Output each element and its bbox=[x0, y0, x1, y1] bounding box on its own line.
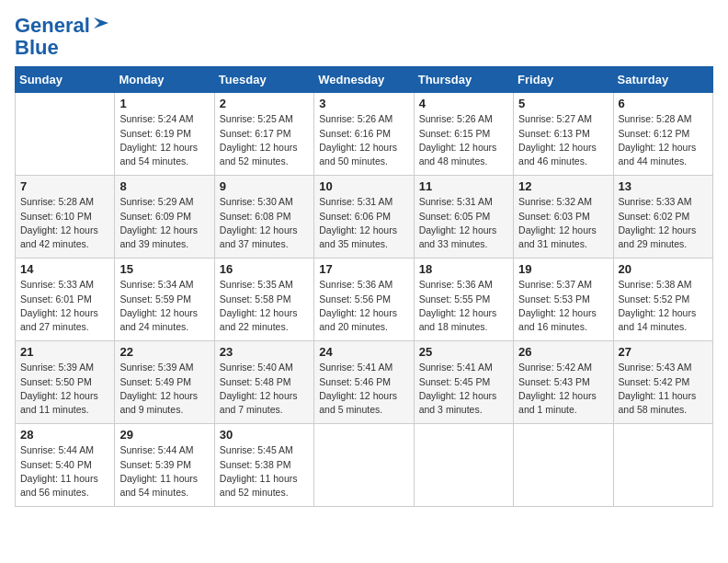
day-number: 11 bbox=[419, 179, 508, 193]
calendar-cell: 30Sunrise: 5:45 AM Sunset: 5:38 PM Dayli… bbox=[214, 424, 313, 507]
calendar-cell: 20Sunrise: 5:38 AM Sunset: 5:52 PM Dayli… bbox=[613, 259, 712, 341]
day-info: Sunrise: 5:33 AM Sunset: 6:02 PM Dayligh… bbox=[619, 195, 708, 251]
calendar-cell: 5Sunrise: 5:27 AM Sunset: 6:13 PM Daylig… bbox=[514, 93, 613, 176]
calendar-cell: 25Sunrise: 5:41 AM Sunset: 5:45 PM Dayli… bbox=[414, 341, 513, 424]
calendar-cell: 26Sunrise: 5:42 AM Sunset: 5:43 PM Dayli… bbox=[514, 341, 613, 424]
day-number: 30 bbox=[220, 428, 309, 442]
calendar-cell: 12Sunrise: 5:32 AM Sunset: 6:03 PM Dayli… bbox=[514, 176, 613, 259]
day-number: 9 bbox=[220, 179, 309, 193]
weekday-header-tuesday: Tuesday bbox=[214, 67, 313, 93]
day-number: 17 bbox=[319, 262, 408, 276]
weekday-header-monday: Monday bbox=[115, 67, 214, 93]
day-number: 23 bbox=[220, 345, 309, 359]
day-info: Sunrise: 5:34 AM Sunset: 5:59 PM Dayligh… bbox=[119, 278, 209, 334]
weekday-header-sunday: Sunday bbox=[16, 67, 115, 93]
calendar-cell: 6Sunrise: 5:28 AM Sunset: 6:12 PM Daylig… bbox=[613, 93, 712, 176]
day-info: Sunrise: 5:26 AM Sunset: 6:15 PM Dayligh… bbox=[419, 112, 508, 168]
day-number: 21 bbox=[20, 345, 109, 359]
calendar-cell: 1Sunrise: 5:24 AM Sunset: 6:19 PM Daylig… bbox=[115, 93, 214, 176]
day-info: Sunrise: 5:37 AM Sunset: 5:53 PM Dayligh… bbox=[518, 278, 608, 334]
day-info: Sunrise: 5:30 AM Sunset: 6:08 PM Dayligh… bbox=[220, 195, 309, 251]
logo: General Blue bbox=[15, 15, 112, 59]
day-number: 7 bbox=[20, 179, 109, 193]
day-info: Sunrise: 5:42 AM Sunset: 5:43 PM Dayligh… bbox=[518, 361, 608, 417]
day-info: Sunrise: 5:44 AM Sunset: 5:39 PM Dayligh… bbox=[119, 443, 209, 500]
calendar-cell: 23Sunrise: 5:40 AM Sunset: 5:48 PM Dayli… bbox=[214, 341, 313, 424]
calendar-cell bbox=[16, 93, 115, 176]
day-number: 20 bbox=[619, 262, 708, 276]
calendar-cell: 4Sunrise: 5:26 AM Sunset: 6:15 PM Daylig… bbox=[414, 93, 513, 176]
day-info: Sunrise: 5:33 AM Sunset: 6:01 PM Dayligh… bbox=[20, 278, 109, 334]
calendar-cell bbox=[613, 424, 712, 507]
day-info: Sunrise: 5:38 AM Sunset: 5:52 PM Dayligh… bbox=[619, 278, 708, 334]
day-number: 5 bbox=[518, 97, 608, 110]
day-info: Sunrise: 5:45 AM Sunset: 5:38 PM Dayligh… bbox=[220, 443, 309, 500]
day-number: 29 bbox=[119, 428, 209, 442]
calendar-cell: 27Sunrise: 5:43 AM Sunset: 5:42 PM Dayli… bbox=[613, 341, 712, 424]
day-info: Sunrise: 5:31 AM Sunset: 6:06 PM Dayligh… bbox=[319, 195, 408, 251]
day-number: 22 bbox=[119, 345, 209, 359]
day-info: Sunrise: 5:31 AM Sunset: 6:05 PM Dayligh… bbox=[419, 195, 508, 251]
day-info: Sunrise: 5:27 AM Sunset: 6:13 PM Dayligh… bbox=[518, 112, 608, 168]
day-info: Sunrise: 5:41 AM Sunset: 5:46 PM Dayligh… bbox=[319, 361, 408, 417]
day-info: Sunrise: 5:36 AM Sunset: 5:55 PM Dayligh… bbox=[419, 278, 508, 334]
day-info: Sunrise: 5:40 AM Sunset: 5:48 PM Dayligh… bbox=[220, 361, 309, 417]
day-number: 8 bbox=[119, 179, 209, 193]
day-info: Sunrise: 5:41 AM Sunset: 5:45 PM Dayligh… bbox=[419, 361, 508, 417]
calendar-cell: 7Sunrise: 5:28 AM Sunset: 6:10 PM Daylig… bbox=[16, 176, 115, 259]
calendar-cell: 21Sunrise: 5:39 AM Sunset: 5:50 PM Dayli… bbox=[16, 341, 115, 424]
day-number: 28 bbox=[20, 428, 109, 442]
calendar-cell: 17Sunrise: 5:36 AM Sunset: 5:56 PM Dayli… bbox=[314, 259, 414, 341]
calendar-cell: 14Sunrise: 5:33 AM Sunset: 6:01 PM Dayli… bbox=[16, 259, 115, 341]
day-number: 18 bbox=[419, 262, 508, 276]
calendar-cell: 15Sunrise: 5:34 AM Sunset: 5:59 PM Dayli… bbox=[115, 259, 214, 341]
day-info: Sunrise: 5:28 AM Sunset: 6:12 PM Dayligh… bbox=[619, 112, 708, 168]
calendar-cell: 13Sunrise: 5:33 AM Sunset: 6:02 PM Dayli… bbox=[613, 176, 712, 259]
calendar-cell: 2Sunrise: 5:25 AM Sunset: 6:17 PM Daylig… bbox=[214, 93, 313, 176]
calendar-cell: 18Sunrise: 5:36 AM Sunset: 5:55 PM Dayli… bbox=[414, 259, 513, 341]
calendar-cell: 22Sunrise: 5:39 AM Sunset: 5:49 PM Dayli… bbox=[115, 341, 214, 424]
day-info: Sunrise: 5:35 AM Sunset: 5:58 PM Dayligh… bbox=[220, 278, 309, 334]
calendar-cell: 28Sunrise: 5:44 AM Sunset: 5:40 PM Dayli… bbox=[16, 424, 115, 507]
day-info: Sunrise: 5:43 AM Sunset: 5:42 PM Dayligh… bbox=[619, 361, 708, 417]
calendar-cell bbox=[414, 424, 513, 507]
logo-icon bbox=[92, 14, 112, 34]
calendar-cell: 3Sunrise: 5:26 AM Sunset: 6:16 PM Daylig… bbox=[314, 93, 414, 176]
svg-marker-0 bbox=[94, 17, 108, 29]
day-info: Sunrise: 5:26 AM Sunset: 6:16 PM Dayligh… bbox=[319, 112, 408, 168]
day-number: 26 bbox=[518, 345, 608, 359]
calendar-cell: 16Sunrise: 5:35 AM Sunset: 5:58 PM Dayli… bbox=[214, 259, 313, 341]
day-info: Sunrise: 5:24 AM Sunset: 6:19 PM Dayligh… bbox=[119, 112, 209, 168]
weekday-header-friday: Friday bbox=[514, 67, 613, 93]
day-number: 10 bbox=[319, 179, 408, 193]
calendar-cell bbox=[314, 424, 414, 507]
day-info: Sunrise: 5:36 AM Sunset: 5:56 PM Dayligh… bbox=[319, 278, 408, 334]
day-info: Sunrise: 5:44 AM Sunset: 5:40 PM Dayligh… bbox=[20, 443, 109, 500]
calendar-cell: 24Sunrise: 5:41 AM Sunset: 5:46 PM Dayli… bbox=[314, 341, 414, 424]
day-number: 6 bbox=[619, 97, 708, 110]
day-info: Sunrise: 5:32 AM Sunset: 6:03 PM Dayligh… bbox=[518, 195, 608, 251]
day-number: 3 bbox=[319, 97, 408, 110]
calendar-cell: 9Sunrise: 5:30 AM Sunset: 6:08 PM Daylig… bbox=[214, 176, 313, 259]
day-info: Sunrise: 5:25 AM Sunset: 6:17 PM Dayligh… bbox=[220, 112, 309, 168]
day-number: 16 bbox=[220, 262, 309, 276]
day-info: Sunrise: 5:29 AM Sunset: 6:09 PM Dayligh… bbox=[119, 195, 209, 251]
day-info: Sunrise: 5:28 AM Sunset: 6:10 PM Dayligh… bbox=[20, 195, 109, 251]
day-info: Sunrise: 5:39 AM Sunset: 5:50 PM Dayligh… bbox=[20, 361, 109, 417]
weekday-header-wednesday: Wednesday bbox=[314, 67, 414, 93]
calendar-cell: 8Sunrise: 5:29 AM Sunset: 6:09 PM Daylig… bbox=[115, 176, 214, 259]
logo-blue-text: Blue bbox=[15, 37, 59, 59]
calendar-cell: 19Sunrise: 5:37 AM Sunset: 5:53 PM Dayli… bbox=[514, 259, 613, 341]
calendar-cell: 10Sunrise: 5:31 AM Sunset: 6:06 PM Dayli… bbox=[314, 176, 414, 259]
calendar-cell: 29Sunrise: 5:44 AM Sunset: 5:39 PM Dayli… bbox=[115, 424, 214, 507]
day-number: 14 bbox=[20, 262, 109, 276]
logo-text: General bbox=[15, 15, 90, 37]
day-number: 27 bbox=[619, 345, 708, 359]
day-number: 2 bbox=[220, 97, 309, 110]
calendar-table: SundayMondayTuesdayWednesdayThursdayFrid… bbox=[15, 66, 713, 507]
day-number: 24 bbox=[319, 345, 408, 359]
day-info: Sunrise: 5:39 AM Sunset: 5:49 PM Dayligh… bbox=[119, 361, 209, 417]
day-number: 19 bbox=[518, 262, 608, 276]
weekday-header-thursday: Thursday bbox=[414, 67, 513, 93]
calendar-cell: 11Sunrise: 5:31 AM Sunset: 6:05 PM Dayli… bbox=[414, 176, 513, 259]
